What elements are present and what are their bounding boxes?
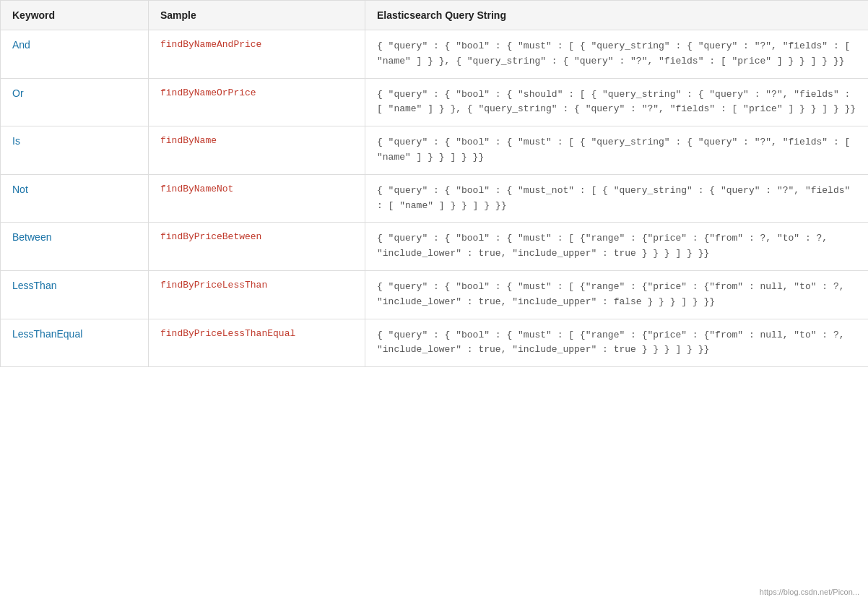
query-cell: { "query" : { "bool" : { "should" : [ { … [365,78,869,126]
table-row: LessThanfindByPriceLessThan{ "query" : {… [1,270,869,319]
query-cell: { "query" : { "bool" : { "must" : [ { "q… [365,30,869,79]
footer-url: https://blog.csdn.net/Picon... [760,588,859,596]
table-row: LessThanEqualfindByPriceLessThanEqual{ "… [1,319,869,367]
keyword-cell: Not [1,174,149,223]
sample-cell: findByPriceLessThanEqual [149,319,365,367]
query-cell: { "query" : { "bool" : { "must" : [ {"ra… [365,270,869,319]
sample-cell: findByNameAndPrice [149,30,365,79]
page-container: Keyword Sample Elasticsearch Query Strin… [0,0,868,602]
query-cell: { "query" : { "bool" : { "must" : [ {"ra… [365,319,869,367]
keyword-cell: LessThanEqual [1,319,149,367]
header-sample: Sample [149,1,365,30]
main-table: Keyword Sample Elasticsearch Query Strin… [0,0,868,367]
sample-cell: findByName [149,126,365,175]
sample-cell: findByNameOrPrice [149,78,365,126]
table-row: IsfindByName{ "query" : { "bool" : { "mu… [1,126,869,175]
table-row: BetweenfindByPriceBetween{ "query" : { "… [1,223,869,271]
keyword-cell: Is [1,126,149,175]
keyword-cell: And [1,30,149,79]
query-cell: { "query" : { "bool" : { "must_not" : [ … [365,174,869,223]
query-cell: { "query" : { "bool" : { "must" : [ { "q… [365,126,869,175]
keyword-cell: Or [1,78,149,126]
table-row: AndfindByNameAndPrice{ "query" : { "bool… [1,30,869,79]
sample-cell: findByPriceLessThan [149,270,365,319]
header-query: Elasticsearch Query String [365,1,869,30]
table-row: NotfindByNameNot{ "query" : { "bool" : {… [1,174,869,223]
keyword-cell: LessThan [1,270,149,319]
table-header-row: Keyword Sample Elasticsearch Query Strin… [1,1,869,30]
sample-cell: findByPriceBetween [149,223,365,271]
keyword-cell: Between [1,223,149,271]
header-keyword: Keyword [1,1,149,30]
sample-cell: findByNameNot [149,174,365,223]
query-cell: { "query" : { "bool" : { "must" : [ {"ra… [365,223,869,271]
table-row: OrfindByNameOrPrice{ "query" : { "bool" … [1,78,869,126]
